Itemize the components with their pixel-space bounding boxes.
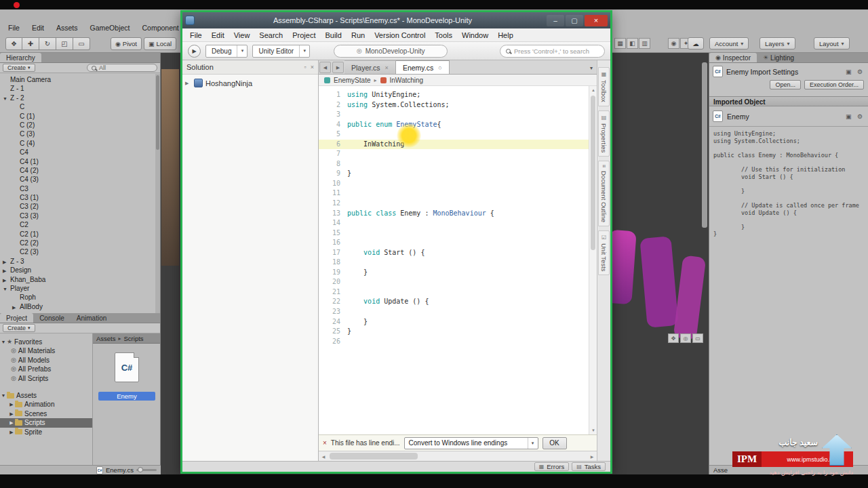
asset-folder-scripts[interactable]: ▶Scripts [0,418,92,427]
unity-menu-gameobject[interactable]: GameObject [85,23,136,34]
frame-icon[interactable]: ▭ [692,333,703,343]
unity-menu-edit[interactable]: Edit [26,23,50,34]
hierarchy-item-c2[interactable]: C2 [0,220,155,229]
help-gear-icons[interactable]: ▣ ⚙ [846,68,865,75]
md-menu-window[interactable]: Window [457,30,493,41]
md-menu-run[interactable]: Run [347,30,370,41]
md-menu-build[interactable]: Build [320,30,346,41]
run-button[interactable]: ▶ [188,45,201,58]
favorite-item-all-materials[interactable]: ◎All Materials [0,346,92,355]
close-button[interactable]: × [585,15,608,26]
unity-menu-file[interactable]: File [3,23,25,34]
move-tool-button[interactable]: ✚ [22,37,39,50]
tab-console[interactable]: Console [33,313,71,323]
tab-hierarchy[interactable]: Hierarchy [0,53,41,62]
side-tab-unit-tests[interactable]: ☑Unit Tests [598,230,610,276]
favorites-header[interactable]: ▼★Favorites [0,338,92,346]
editor-hscrollbar[interactable]: ◀ ▶ [319,451,597,461]
thumbnail-zoom-slider[interactable] [136,469,157,471]
code-line[interactable]: 22 void Update () { [319,297,589,307]
solution-item-hoshangninja[interactable]: ▶ HoshangNinja [185,79,315,87]
tab-player-cs[interactable]: Player.cs× [344,60,396,74]
favorite-item-all-models[interactable]: ◎All Models [0,356,92,365]
rotate-tool-button[interactable]: ↻ [39,37,56,50]
editor-scrollbar[interactable]: ▲ ▼ [589,86,597,434]
hierarchy-item-design[interactable]: ▶Design [0,266,155,274]
unity-menu-component[interactable]: Component [136,23,184,34]
hierarchy-item-c2-2[interactable]: C2 (2) [0,239,155,247]
close-icon[interactable]: × [311,64,314,70]
slider-knob[interactable] [138,467,143,472]
execution-order-button[interactable]: Execution Order... [804,80,864,89]
scene-scrollbar[interactable] [702,62,707,228]
grid-icon[interactable]: ▦ [614,38,626,49]
hierarchy-item-c4-3[interactable]: C4 (3) [0,175,155,184]
hierarchy-item-c[interactable]: C [0,102,155,111]
hierarchy-item-c4[interactable]: C4 [0,148,155,157]
tab-animation[interactable]: Animation [71,313,113,323]
scale-tool-button[interactable]: ◰ [56,37,73,50]
hierarchy-item-c-3[interactable]: C (3) [0,129,155,138]
gizmo-icon[interactable]: ▥ [639,38,650,49]
code-line[interactable]: 1using UnityEngine; [319,90,589,100]
unity-menu-assets[interactable]: Assets [51,23,83,34]
tab-list-button[interactable]: ▾ [586,62,597,74]
hierarchy-item-player[interactable]: ▼Player [0,284,155,293]
code-line[interactable]: 12 [319,199,589,209]
hierarchy-item-allbody[interactable]: ▶AllBody [0,302,155,311]
layers-dropdown[interactable]: Layers ▾ [760,37,795,49]
scroll-down-icon[interactable]: ▼ [589,426,597,434]
hierarchy-item-z-2[interactable]: ▼Z - 2 [0,94,155,102]
scrollbar-thumb[interactable] [330,453,418,460]
code-line[interactable]: 6 InWatching [319,140,589,150]
breadcrumb-root[interactable]: Assets [96,335,116,342]
code-line[interactable]: 2using System.Collections; [319,100,589,110]
hierarchy-item-c2-3[interactable]: C2 (3) [0,247,155,256]
code-line[interactable]: 19 } [319,268,589,278]
tab-nav-back-button[interactable]: ◀ [319,62,331,73]
hierarchy-item-c-1[interactable]: C (1) [0,112,155,121]
breadcrumb-item-enemystate[interactable]: EnemyState [334,77,370,84]
md-menu-version-control[interactable]: Version Control [370,30,430,41]
account-dropdown[interactable]: Account ▾ [709,37,749,49]
scroll-right-icon[interactable]: ▶ [587,451,597,461]
md-menu-tools[interactable]: Tools [430,30,457,41]
code-line[interactable]: 3 [319,110,589,120]
tab-project[interactable]: Project [0,313,33,323]
hierarchy-item-roph[interactable]: Roph [0,293,155,302]
code-line[interactable]: 5 [319,129,589,140]
code-line[interactable]: 17 void Start () { [319,248,589,258]
tab-inspector[interactable]: ◉ Inspector [709,53,757,62]
scroll-left-icon[interactable]: ◀ [319,451,328,461]
tab-enemy-cs[interactable]: Enemy.cs○ [396,60,450,74]
hierarchy-search-input[interactable]: All [87,64,157,72]
code-line[interactable]: 11 [319,188,589,199]
line-endings-dropdown[interactable]: Convert to Windows line endings ▾ [404,437,538,449]
assets-header[interactable]: ▼Assets [0,391,92,400]
side-tab-document-outline[interactable]: ≡Document Outline [598,161,610,226]
code-line[interactable]: 26 [319,337,589,347]
dock-icon[interactable]: ▫ [304,64,307,70]
pad-button-errors[interactable]: ▦Errors [534,462,569,471]
hierarchy-item-c3-1[interactable]: C3 (1) [0,193,155,202]
code-line[interactable]: 15 [319,228,589,239]
open-button[interactable]: Open... [770,80,801,89]
hierarchy-item-c3-2[interactable]: C3 (2) [0,202,155,211]
shaded-icon[interactable]: ◧ [627,38,638,49]
md-menu-search[interactable]: Search [254,30,288,41]
expand-arrow-icon[interactable]: ▶ [185,81,191,86]
asset-folder-scenes[interactable]: ▶Scenes [0,409,92,418]
zoom-icon[interactable]: ◎ [680,333,691,343]
favorite-item-all-scripts[interactable]: ◎All Scripts [0,374,92,383]
code-line[interactable]: 16 [319,238,589,248]
md-menu-edit[interactable]: Edit [207,30,229,41]
code-line[interactable]: 8 [319,159,589,169]
code-line[interactable]: 18 [319,258,589,268]
global-search-input[interactable]: Press 'Control+,' to search [500,45,605,58]
asset-folder-animation[interactable]: ▶Animation [0,400,92,409]
code-line[interactable]: 4public enum EnemyState{ [319,120,589,130]
code-line[interactable]: 14 [319,218,589,228]
target-dropdown[interactable]: Unity Editor ▾ [252,45,310,58]
tab-lighting[interactable]: ☀ Lighting [757,53,800,62]
hierarchy-create-button[interactable]: Create ▾ [3,64,35,72]
